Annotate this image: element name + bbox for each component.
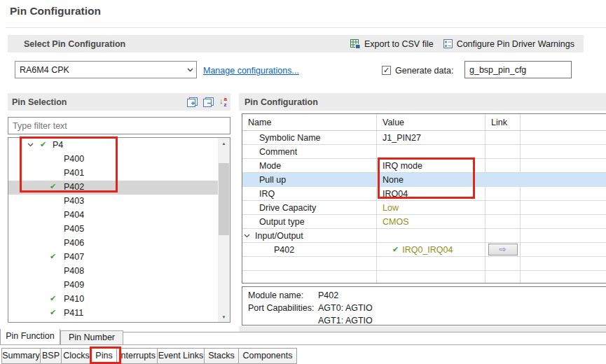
tree-item-p411[interactable]: ✔P411 (8, 307, 218, 321)
column-header-name: Name (242, 114, 377, 131)
manage-configurations-link[interactable]: Manage configurations... (203, 66, 299, 76)
export-to-csv-button[interactable]: Export to CSV file (350, 39, 434, 49)
property-row-irq: IRQ IRQ04 (242, 187, 606, 201)
tab-summary[interactable]: Summary (1, 348, 41, 364)
pin-selection-header: Pin Selection (12, 97, 67, 107)
column-header-link: Link (486, 114, 521, 131)
property-value[interactable]: Low (377, 201, 486, 215)
property-value[interactable]: IRQ mode (377, 159, 486, 173)
section-header: Select Pin Configuration (24, 39, 125, 49)
tab-interrupts[interactable]: Interrupts (116, 348, 158, 364)
scroll-up-button[interactable]: ▲ (218, 138, 230, 148)
check-icon: ✔ (50, 294, 56, 303)
property-value[interactable]: None (377, 173, 486, 187)
panel-bottom-strip (239, 326, 606, 332)
check-icon: ✓ (383, 66, 390, 74)
collapse-all-icon (203, 97, 214, 107)
sort-az-icon: ↓az (219, 97, 227, 108)
pin-selection-section: Pin Selection ↓az (8, 93, 230, 111)
check-icon: ✔ (392, 245, 399, 254)
pin-tree: ✔P4 P400 P401 ✔P402 P403 P404 P405 P406 … (8, 137, 230, 323)
module-info-panel: Module name:P402 Port Capabilities:AGT0:… (242, 286, 606, 326)
property-row-pull-up: Pull up None (242, 173, 606, 187)
generate-data-checkbox[interactable]: ✓ (382, 66, 391, 75)
pin-configuration-section: Pin Configuration (239, 93, 606, 111)
chevron-down-icon[interactable] (244, 234, 250, 238)
properties-table: Name Value Link Symbolic Name J1_PIN27 C… (242, 113, 606, 284)
page-title: Pin Configuration (10, 5, 101, 18)
tab-components[interactable]: Components (238, 348, 297, 364)
generate-data-input[interactable] (464, 61, 572, 78)
module-name-label: Module name: (248, 289, 318, 302)
tree-item-p401[interactable]: P401 (8, 167, 218, 181)
property-value[interactable]: CMOS (377, 215, 486, 229)
property-name: P402 (242, 243, 377, 257)
expand-all-button[interactable] (187, 97, 198, 107)
property-name: Output type (242, 215, 377, 229)
property-name: Mode (242, 159, 377, 173)
property-row-output-type: Output type CMOS (242, 215, 606, 229)
configuration-select[interactable]: RA6M4 CPK (15, 61, 197, 78)
property-row-empty (242, 257, 606, 271)
tree-item-p412[interactable]: ✔P412 (8, 321, 218, 323)
pin-configuration-view: Pin Configuration Select Pin Configurati… (0, 0, 606, 364)
property-row-p402: P402 ✔IRQ0_IRQ04 ⇨ (242, 243, 606, 257)
tab-event-links[interactable]: Event Links (157, 348, 205, 364)
table-header-row: Name Value Link (242, 114, 606, 131)
property-row-mode: Mode IRQ mode (242, 159, 606, 173)
check-icon: ✔ (50, 322, 56, 323)
tree-item-p403[interactable]: P403 (8, 195, 218, 209)
chevron-down-icon (184, 68, 196, 72)
tree-item-p404[interactable]: P404 (8, 209, 218, 223)
scroll-thumb[interactable] (219, 163, 229, 235)
tree-item-p402[interactable]: ✔P402 (8, 181, 218, 195)
property-name: Drive Capacity (242, 201, 377, 215)
tab-pin-function[interactable]: Pin Function (0, 329, 60, 345)
tab-bsp[interactable]: BSP (40, 348, 62, 364)
tree-item-p406[interactable]: P406 (8, 237, 218, 251)
property-name[interactable]: Input/Output (242, 229, 377, 243)
configure-pin-driver-warnings-button[interactable]: Configure Pin Driver Warnings (443, 39, 574, 49)
arrow-right-icon: ⇨ (499, 245, 506, 254)
collapse-all-button[interactable] (203, 97, 214, 107)
property-value[interactable]: J1_PIN27 (377, 131, 486, 145)
tab-folder-border (123, 332, 606, 332)
check-icon: ✔ (50, 252, 56, 261)
property-value[interactable] (377, 145, 486, 159)
column-header-empty (521, 114, 606, 131)
tab-pins[interactable]: Pins (91, 348, 117, 364)
port-capabilities-value: AGT1: AGTIO (318, 314, 606, 327)
property-row-comment: Comment (242, 145, 606, 159)
configuration-select-value: RA6M4 CPK (20, 65, 184, 75)
tree-item-p410[interactable]: ✔P410 (8, 293, 218, 307)
chevron-down-icon[interactable] (27, 143, 34, 147)
property-value[interactable]: ✔IRQ0_IRQ04 (377, 243, 486, 257)
tree-item-p407[interactable]: ✔P407 (8, 251, 218, 265)
tree-item-p4[interactable]: ✔P4 (8, 139, 218, 153)
property-row-empty (242, 271, 606, 283)
link-button[interactable]: ⇨ (488, 244, 518, 255)
tree-item-p405[interactable]: P405 (8, 223, 218, 237)
scroll-down-button[interactable]: ▼ (218, 312, 230, 322)
tree-scrollbar[interactable]: ▲ ▼ (218, 138, 230, 322)
tree-item-p400[interactable]: P400 (8, 153, 218, 167)
module-name-value: P402 (318, 289, 606, 302)
warnings-checklist-icon (443, 39, 453, 49)
tab-stacks[interactable]: Stacks (204, 348, 239, 364)
pin-filter-input[interactable] (8, 117, 230, 134)
check-icon: ✔ (40, 140, 46, 149)
select-pin-configuration-section: Select Pin Configuration Export to CSV f… (8, 35, 584, 52)
column-header-value: Value (377, 114, 486, 131)
tree-item-p409[interactable]: P409 (8, 279, 218, 293)
check-icon: ✔ (50, 182, 56, 191)
property-value[interactable]: IRQ04 (377, 187, 486, 201)
tree-item-p408[interactable]: P408 (8, 265, 218, 279)
port-capabilities-label: Port Capabilities: (248, 302, 318, 314)
property-row-symbolic-name: Symbolic Name J1_PIN27 (242, 131, 606, 145)
sort-button[interactable]: ↓az (219, 97, 227, 108)
tab-clocks[interactable]: Clocks (61, 348, 92, 364)
check-icon: ✔ (50, 308, 56, 317)
section-toolbar: Export to CSV file Configure Pin Driver … (350, 39, 574, 49)
property-row-input-output: Input/Output (242, 229, 606, 243)
tab-pin-number[interactable]: Pin Number (60, 330, 123, 345)
